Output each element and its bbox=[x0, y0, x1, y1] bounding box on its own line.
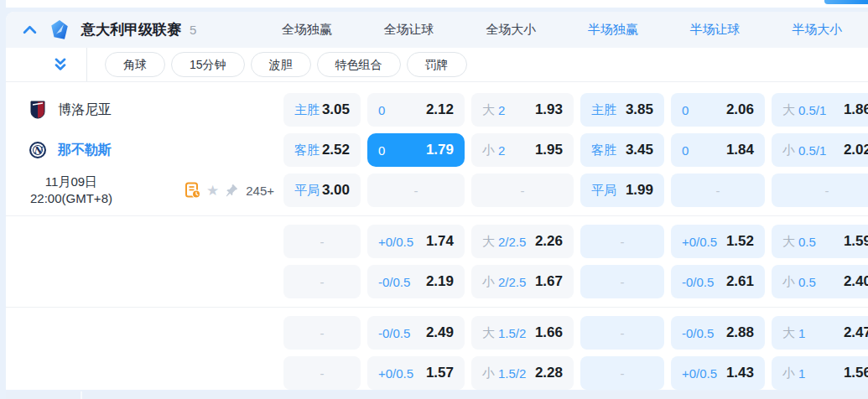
odds-cell[interactable]: 小2/2.51.67 bbox=[471, 265, 574, 298]
collapse-button[interactable] bbox=[21, 23, 38, 37]
odds-value: 2.02 bbox=[844, 142, 868, 158]
odds-cell[interactable]: 客胜3.45 bbox=[580, 133, 664, 167]
odds-cell[interactable]: -0/0.52.19 bbox=[367, 265, 465, 298]
odds-value: 1.67 bbox=[535, 273, 563, 290]
pill-special-combos[interactable]: 特色组合 bbox=[317, 52, 401, 77]
odds-cell[interactable]: 平局1.99 bbox=[580, 174, 664, 207]
market-subnav: 角球 15分钟 波胆 特色组合 罚牌 bbox=[6, 48, 868, 82]
odds-cell[interactable]: 01.84 bbox=[671, 133, 765, 167]
odds-label: -0/0.5 bbox=[378, 275, 410, 289]
match-stats-icon[interactable] bbox=[185, 182, 201, 199]
pill-15min[interactable]: 15分钟 bbox=[171, 52, 245, 77]
empty-left-column bbox=[6, 225, 283, 298]
pin-icon[interactable] bbox=[224, 183, 239, 198]
odds-value: 2.47 bbox=[844, 324, 868, 341]
odds-handicap: +0/0.5 bbox=[378, 235, 413, 249]
odds-row: --0/0.52.19小2/2.51.67--0/0.52.61小0.52.40 bbox=[283, 265, 868, 298]
favorite-star-icon[interactable]: ★ bbox=[206, 184, 219, 198]
pill-correct-score[interactable]: 波胆 bbox=[251, 52, 311, 77]
odds-cell[interactable]: 小21.95 bbox=[471, 133, 574, 167]
odds-cell-empty: - bbox=[580, 225, 664, 258]
odds-cell[interactable]: 客胜2.52 bbox=[283, 133, 361, 167]
odds-value: 2.52 bbox=[322, 142, 350, 158]
odds-handicap: 客胜 bbox=[294, 142, 320, 158]
odds-label-prefix: 小 bbox=[782, 274, 795, 290]
odds-value: 1.95 bbox=[535, 142, 563, 158]
odds-label: 平局 bbox=[294, 183, 320, 199]
odds-cell[interactable]: 02.12 bbox=[367, 93, 465, 127]
main-odds-section: 博洛尼亚 N 那不勒斯 11月09日 22:00(GMT+8) bbox=[6, 93, 868, 207]
odds-cell[interactable]: 平局3.00 bbox=[283, 174, 361, 207]
odds-cell[interactable]: 小1.5/22.28 bbox=[471, 356, 574, 390]
odds-cell[interactable]: 主胜3.05 bbox=[283, 93, 361, 127]
odds-handicap: 0 bbox=[682, 103, 689, 117]
odds-cell[interactable]: -0/0.52.88 bbox=[671, 316, 765, 350]
odds-handicap: 0.5 bbox=[798, 275, 816, 289]
tab-fulltime-1x2[interactable]: 全场独赢 bbox=[256, 12, 358, 48]
odds-value: 2.61 bbox=[726, 273, 754, 290]
odds-cell[interactable]: +0/0.51.52 bbox=[671, 225, 765, 258]
odds-cell[interactable]: +0/0.51.43 bbox=[671, 356, 765, 390]
empty-dash: - bbox=[621, 275, 625, 289]
odds-cell[interactable]: 大12.47 bbox=[772, 316, 868, 350]
odds-label: 0 bbox=[682, 103, 689, 117]
odds-label: -0/0.5 bbox=[682, 275, 714, 289]
odds-value: 1.86 bbox=[844, 101, 868, 118]
empty-left-column bbox=[6, 316, 283, 390]
odds-label: 大2 bbox=[482, 102, 505, 118]
odds-cell[interactable]: 大21.93 bbox=[471, 93, 574, 127]
tab-fulltime-handicap[interactable]: 全场让球 bbox=[358, 12, 460, 48]
odds-handicap: 1 bbox=[798, 326, 805, 340]
pill-corners[interactable]: 角球 bbox=[105, 52, 165, 77]
odds-cell[interactable]: 小11.56 bbox=[772, 356, 868, 390]
odds-rows: -+0/0.51.74大2/2.52.26-+0/0.51.52大0.51.59… bbox=[283, 225, 868, 298]
odds-cell[interactable]: 大0.51.59 bbox=[772, 225, 868, 258]
away-team-row[interactable]: N 那不勒斯 bbox=[6, 133, 283, 167]
odds-handicap: 2/2.5 bbox=[498, 235, 526, 249]
pill-cards[interactable]: 罚牌 bbox=[407, 52, 467, 77]
odds-cell[interactable]: -0/0.52.61 bbox=[671, 265, 765, 298]
odds-cell[interactable]: 主胜3.85 bbox=[580, 93, 664, 127]
league-card: 意大利甲级联赛 5 全场独赢 全场让球 全场大小 半场独赢 半场让球 半场大小 … bbox=[6, 12, 868, 390]
odds-cell[interactable]: 大1.5/21.66 bbox=[471, 316, 574, 350]
odds-label: -0/0.5 bbox=[682, 326, 714, 340]
tab-halftime-handicap[interactable]: 半场让球 bbox=[664, 12, 767, 48]
tab-halftime-1x2[interactable]: 半场独赢 bbox=[562, 12, 664, 48]
odds-label: 平局 bbox=[591, 183, 616, 199]
odds-cell[interactable]: 02.06 bbox=[671, 93, 765, 127]
empty-dash: - bbox=[320, 366, 325, 381]
odds-label: 小2 bbox=[482, 142, 505, 158]
empty-dash: - bbox=[621, 235, 625, 249]
odds-cell[interactable]: 01.79 bbox=[367, 133, 465, 167]
empty-dash: - bbox=[621, 326, 625, 340]
odds-value: 2.40 bbox=[844, 273, 868, 290]
odds-label: 0 bbox=[378, 143, 385, 158]
tab-halftime-overunder[interactable]: 半场大小 bbox=[766, 12, 868, 48]
double-chevron-down-icon[interactable] bbox=[52, 57, 69, 72]
odds-cell[interactable]: 大2/2.52.26 bbox=[471, 225, 574, 258]
odds-label-prefix: 小 bbox=[482, 142, 495, 158]
odds-cell[interactable]: +0/0.51.57 bbox=[367, 356, 465, 390]
tab-fulltime-overunder[interactable]: 全场大小 bbox=[460, 12, 562, 48]
home-team-row[interactable]: 博洛尼亚 bbox=[6, 93, 283, 127]
odds-cell[interactable]: 小0.5/12.02 bbox=[772, 133, 868, 167]
odds-cell-empty: - bbox=[471, 174, 574, 207]
odds-cell[interactable]: 小0.52.40 bbox=[772, 265, 868, 298]
home-team-name: 博洛尼亚 bbox=[58, 101, 112, 119]
odds-label: -0/0.5 bbox=[378, 326, 410, 340]
odds-cell[interactable]: 大0.5/11.86 bbox=[772, 93, 868, 127]
odds-row: -+0/0.51.57小1.5/22.28-+0/0.51.43小11.56 bbox=[283, 356, 868, 390]
odds-label: 0 bbox=[682, 143, 689, 158]
odds-label-prefix: 大 bbox=[482, 102, 495, 118]
odds-cell-empty: - bbox=[367, 174, 465, 207]
odds-label: 小0.5 bbox=[782, 274, 816, 290]
odds-label: 客胜 bbox=[591, 142, 616, 158]
serie-a-logo-icon bbox=[49, 19, 70, 41]
odds-cell[interactable]: -0/0.52.49 bbox=[367, 316, 465, 350]
more-markets-count[interactable]: 245+ bbox=[246, 184, 274, 198]
odds-value: 1.74 bbox=[426, 233, 454, 250]
odds-cell[interactable]: +0/0.51.74 bbox=[367, 225, 465, 258]
odds-label: +0/0.5 bbox=[378, 366, 413, 381]
odds-label-prefix: 大 bbox=[482, 234, 495, 250]
next-card-fragment bbox=[6, 391, 868, 399]
